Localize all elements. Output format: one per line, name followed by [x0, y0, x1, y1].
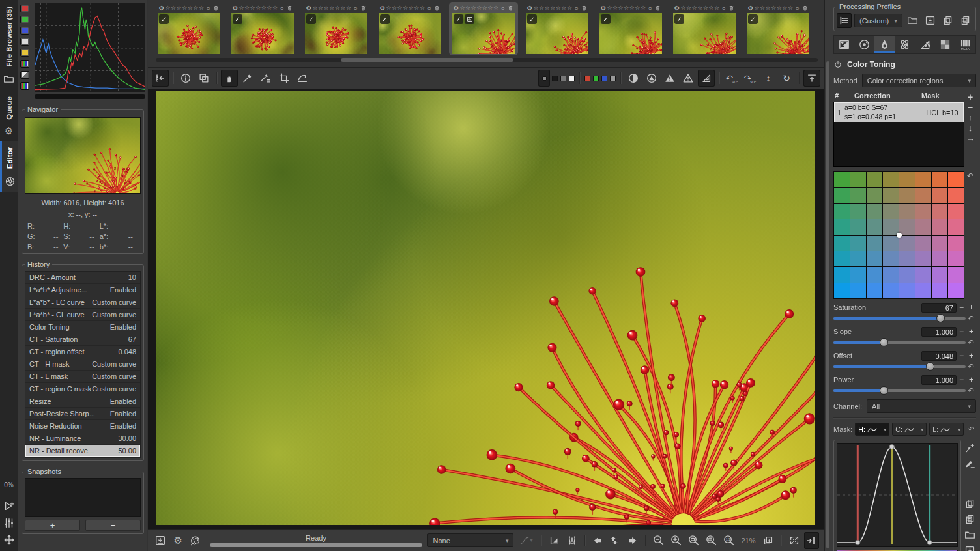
chromaticity-toggle[interactable]: [20, 49, 29, 57]
ab-grid-cell[interactable]: [867, 172, 882, 187]
ab-grid-cell[interactable]: [850, 236, 866, 251]
ab-grid-cell[interactable]: [850, 219, 866, 234]
zoom-fit-icon[interactable]: [686, 532, 701, 549]
ab-grid-cell[interactable]: [899, 283, 915, 298]
ab-grid-cell[interactable]: [899, 204, 915, 219]
previous-image-icon[interactable]: [590, 532, 605, 549]
filmstrip-thumbnail[interactable]: ⚙ ☆☆☆☆☆☆☆ ○ ✓: [449, 2, 518, 55]
rank-stars[interactable]: ☆☆☆☆☆☆☆: [754, 5, 793, 11]
history-row[interactable]: DRC - Amount10: [25, 272, 140, 284]
trash-icon[interactable]: [286, 5, 293, 12]
filmstrip-thumbnail[interactable]: ⚙ ☆☆☆☆☆☆☆ ○ ✓: [154, 2, 223, 55]
trash-icon[interactable]: [801, 5, 809, 12]
load-profile-icon[interactable]: [905, 13, 920, 28]
history-row[interactable]: CT - Saturation67: [25, 333, 140, 346]
luminosity-toggle[interactable]: [20, 38, 29, 46]
ab-grid-cell[interactable]: [948, 251, 964, 266]
slider-knob[interactable]: [880, 386, 888, 395]
filmstrip-thumbnail[interactable]: ⚙ ☆☆☆☆☆☆☆ ○ ✓: [743, 2, 813, 55]
curve-control-point[interactable]: [889, 444, 894, 449]
right-panel-scrollbar[interactable]: [826, 61, 829, 548]
history-row[interactable]: L*a*b* Adjustme...Enabled: [25, 284, 140, 296]
slider-knob[interactable]: [926, 362, 934, 371]
mask-reset-icon[interactable]: ↶: [966, 425, 976, 434]
ab-grid-cell[interactable]: [932, 283, 947, 298]
histogram-scale-bar[interactable]: [35, 94, 145, 99]
tab-transform[interactable]: [915, 36, 935, 53]
ab-grid-cell[interactable]: [850, 188, 866, 203]
rank-stars[interactable]: ☆☆☆☆☆☆☆: [680, 5, 719, 11]
save-curve-icon[interactable]: [964, 545, 975, 551]
file-browser-tab-label[interactable]: File Browser (35): [5, 3, 13, 71]
ab-grid-cell[interactable]: [932, 267, 947, 282]
ab-grid-cell[interactable]: [834, 204, 850, 219]
zoom-fit-crop-icon[interactable]: [704, 532, 719, 549]
copy-curve-icon[interactable]: [964, 498, 975, 509]
history-row[interactable]: CT - H maskCustom curve: [25, 358, 140, 371]
history-row[interactable]: CT - region offset0.048: [25, 346, 140, 358]
thumb-profile-icon[interactable]: ⚙: [674, 5, 680, 12]
ab-grid-cell[interactable]: [883, 283, 899, 298]
ab-grid-cell[interactable]: [834, 172, 850, 187]
slider-reset-icon[interactable]: ↶: [966, 338, 976, 347]
histogram-mode-toggle[interactable]: [20, 71, 29, 79]
ab-grid-cell[interactable]: [948, 172, 964, 187]
history-row[interactable]: ResizeEnabled: [25, 395, 140, 408]
ab-grid-cell[interactable]: [867, 267, 882, 282]
ab-grid-cell[interactable]: [915, 251, 931, 266]
history-row[interactable]: NR - Detail recove...50.00: [25, 445, 140, 457]
bg-black-swatch[interactable]: [552, 76, 558, 81]
zoom-100-icon[interactable]: [721, 532, 736, 549]
main-image[interactable]: [156, 91, 815, 525]
rank-stars[interactable]: ☆☆☆☆☆☆☆: [312, 5, 351, 11]
ab-grid-cell[interactable]: [899, 236, 915, 251]
filmstrip-thumbnail[interactable]: ⚙ ☆☆☆☆☆☆☆ ○ ✓: [375, 2, 444, 55]
color-label-icon[interactable]: ○: [353, 5, 357, 12]
paste-curve-icon[interactable]: [964, 514, 975, 525]
decrement-button[interactable]: −: [957, 375, 966, 384]
external-editor-icon[interactable]: [188, 532, 203, 549]
queue-tab-label[interactable]: Queue: [5, 92, 13, 124]
ab-grid-cell[interactable]: [932, 219, 947, 234]
monitor-profile-icon[interactable]: ▾: [516, 532, 536, 549]
filmstrip-thumbnail[interactable]: ⚙ ☆☆☆☆☆☆☆ ○ ✓: [670, 2, 739, 55]
gamut-check-icon[interactable]: [564, 532, 579, 549]
method-select[interactable]: Color correction regions▾: [862, 74, 976, 87]
profile-fill-mode-icon[interactable]: [837, 13, 852, 28]
curve-control-point[interactable]: [927, 540, 932, 544]
thumb-profile-icon[interactable]: ⚙: [233, 5, 238, 12]
ab-grid-cell[interactable]: [932, 251, 947, 266]
slider-track[interactable]: [833, 314, 966, 323]
preview-red-icon[interactable]: [584, 76, 590, 81]
add-snapshot-button[interactable]: +: [25, 520, 80, 531]
ab-grid-cell[interactable]: [932, 204, 947, 219]
tab-file-browser[interactable]: File Browser (35): [0, 0, 18, 90]
filmstrip-thumbnail[interactable]: ⚙ ☆☆☆☆☆☆☆ ○ ✓: [302, 2, 371, 55]
increment-button[interactable]: +: [966, 375, 976, 384]
ab-grid-cell[interactable]: [834, 267, 850, 282]
tab-exposure[interactable]: [834, 36, 854, 53]
bg-white-swatch[interactable]: [569, 76, 575, 81]
rotate-right-90-icon[interactable]: ↷90°: [742, 70, 758, 87]
history-row[interactable]: Color ToningEnabled: [25, 321, 140, 333]
ab-grid-cell[interactable]: [915, 188, 931, 203]
grid-reset-icon[interactable]: ↶: [965, 171, 975, 299]
filmstrip-thumbnail[interactable]: ⚙ ☆☆☆☆☆☆☆ ○ ✓: [523, 2, 592, 55]
ab-grid-cell[interactable]: [867, 219, 882, 234]
ab-grid-cell[interactable]: [948, 267, 964, 282]
slider-reset-icon[interactable]: ↶: [966, 386, 976, 395]
shadow-clipping-icon[interactable]: [661, 70, 678, 87]
increment-button[interactable]: +: [966, 303, 976, 312]
ab-grid-cell[interactable]: [948, 188, 964, 203]
slider-reset-icon[interactable]: ↶: [966, 314, 976, 323]
slider-track[interactable]: [833, 362, 966, 371]
ab-grid-cell[interactable]: [899, 267, 915, 282]
flip-vertical-icon[interactable]: ↕: [760, 70, 777, 87]
hue-mask-combo[interactable]: H: ▾: [855, 423, 889, 436]
decrement-button[interactable]: −: [957, 351, 966, 360]
color-label-icon[interactable]: ○: [574, 5, 578, 12]
rank-stars[interactable]: ☆☆☆☆☆☆☆: [238, 5, 278, 11]
ab-grid-cell[interactable]: [899, 251, 915, 266]
tab-queue[interactable]: Queue ⚙: [0, 90, 18, 141]
hand-tool-icon[interactable]: [221, 70, 238, 87]
